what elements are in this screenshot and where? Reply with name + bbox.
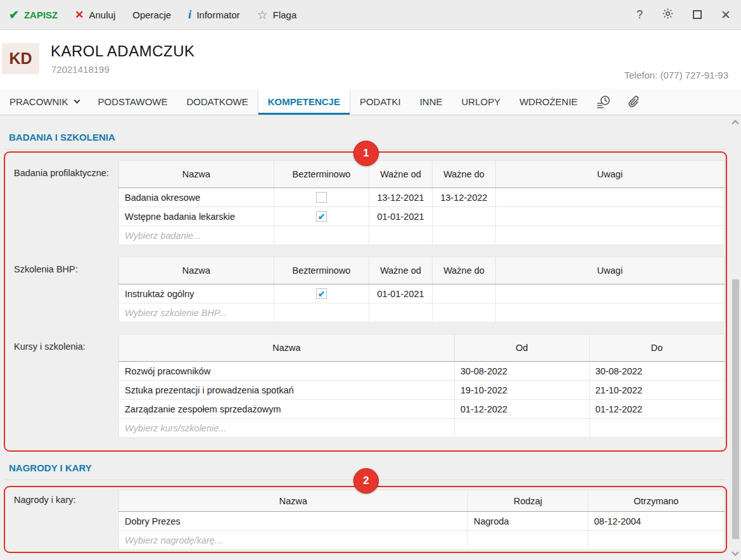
- empty-cell[interactable]: [590, 419, 725, 438]
- highlight-box-2: Nagrody i kary:NazwaRodzajOtrzymanoDobry…: [4, 486, 727, 553]
- col-header-otrzymano: Otrzymano: [588, 490, 725, 512]
- cell-uwagi[interactable]: [496, 284, 725, 303]
- empty-cell[interactable]: [455, 419, 590, 438]
- empty-cell[interactable]: [369, 226, 433, 245]
- checkbox-unchecked-icon[interactable]: ✔: [316, 192, 327, 203]
- table-row: Sztuka prezentacji i prowadzenia spotkań…: [119, 381, 725, 400]
- cell-bezterminowo[interactable]: ✔: [274, 284, 369, 303]
- cell-nazwa[interactable]: Rozwój pracowników: [119, 362, 455, 381]
- cell-bezterminowo[interactable]: ✔: [274, 188, 369, 207]
- empty-cell[interactable]: [496, 226, 725, 245]
- window-controls: ? ✕: [636, 8, 731, 22]
- history-icon[interactable]: [596, 95, 611, 109]
- cell-wa-ne-do[interactable]: 13-12-2022: [433, 188, 496, 207]
- settings-gear-icon[interactable]: [662, 8, 674, 22]
- table-row: Dobry PrezesNagroda08-12-2004: [119, 512, 725, 531]
- operations-button[interactable]: Operacje: [132, 10, 171, 20]
- empty-cell[interactable]: [468, 531, 588, 550]
- table-szkolenia-bhp: NazwaBezterminowoWażne odWażne doUwagiIn…: [118, 257, 725, 322]
- cell-wa-ne-od[interactable]: 13-12-2021: [369, 188, 433, 207]
- table-nagrody-kary: NazwaRodzajOtrzymanoDobry PrezesNagroda0…: [118, 490, 725, 550]
- group-label-szkolenia-bhp: Szkolenia BHP:: [10, 257, 118, 322]
- tab-label: PODATKI: [360, 96, 401, 107]
- cell-do[interactable]: 21-10-2022: [590, 381, 725, 400]
- annotation-badge-2: 2: [353, 468, 379, 493]
- annotation-badge-1: 1: [353, 141, 379, 166]
- cell-od[interactable]: 19-10-2022: [455, 381, 590, 400]
- cell-do[interactable]: 01-12-2022: [590, 400, 725, 419]
- new-entry-row: Wybierz kurs/szkolenie...: [119, 419, 725, 438]
- section-badania-i-szkolenia: 1 BADANIA I SZKOLENIA Badania profilakty…: [4, 131, 727, 452]
- app-window: ✔ ZAPISZ ✕ Anuluj Operacje i Informator …: [0, 0, 741, 560]
- col-header-uwagi: Uwagi: [496, 257, 725, 284]
- checkbox-checked-icon[interactable]: ✔: [316, 211, 327, 222]
- flag-button[interactable]: ☆ Flaga: [257, 8, 297, 22]
- empty-cell[interactable]: [274, 226, 369, 245]
- section-nagrody-i-kary: 2 NAGRODY I KARY Nagrody i kary:NazwaRod…: [4, 462, 727, 553]
- tab-pracownik[interactable]: PRACOWNIK: [0, 89, 89, 115]
- cell-otrzymano[interactable]: 08-12-2004: [588, 512, 725, 531]
- placeholder-cell[interactable]: Wybierz nagrodę/karę...: [119, 531, 468, 550]
- cell-nazwa[interactable]: Sztuka prezentacji i prowadzenia spotkań: [119, 381, 455, 400]
- col-header-nazwa: Nazwa: [119, 334, 455, 362]
- cell-wa-ne-do[interactable]: [433, 207, 496, 226]
- cell-uwagi[interactable]: [496, 188, 725, 207]
- col-header-nazwa: Nazwa: [119, 490, 468, 512]
- help-button[interactable]: ?: [636, 9, 643, 20]
- cell-rodzaj[interactable]: Nagroda: [468, 512, 588, 531]
- placeholder-cell[interactable]: Wybierz kurs/szkolenie...: [119, 419, 455, 438]
- checkbox-checked-icon[interactable]: ✔: [316, 288, 327, 299]
- cell-od[interactable]: 01-12-2022: [455, 400, 590, 419]
- cell-wa-ne-od[interactable]: 01-01-2021: [369, 207, 433, 226]
- new-entry-row: Wybierz nagrodę/karę...: [119, 531, 725, 550]
- vertical-scrollbar[interactable]: [730, 116, 741, 560]
- cell-od[interactable]: 30-08-2022: [455, 362, 590, 381]
- cell-nazwa[interactable]: Badania okresowe: [119, 188, 274, 207]
- cancel-button[interactable]: ✕ Anuluj: [75, 8, 115, 22]
- col-header-wa-ne-do: Ważne do: [433, 161, 496, 188]
- informator-button[interactable]: i Informator: [188, 8, 240, 22]
- tab-podatki[interactable]: PODATKI: [350, 89, 410, 115]
- scroll-down-icon[interactable]: [732, 549, 738, 556]
- empty-cell[interactable]: [588, 531, 725, 550]
- cell-nazwa[interactable]: Wstępne badania lekarskie: [119, 207, 274, 226]
- empty-cell[interactable]: [496, 303, 725, 322]
- cell-nazwa[interactable]: Instruktaż ogólny: [119, 284, 274, 303]
- placeholder-cell[interactable]: Wybierz badanie...: [119, 226, 274, 245]
- info-icon: i: [188, 8, 191, 22]
- new-entry-row: Wybierz badanie...: [119, 226, 725, 245]
- col-header-wa-ne-do: Ważne do: [433, 257, 496, 284]
- employee-name: KAROL ADAMCZUK: [51, 42, 195, 60]
- empty-cell[interactable]: [433, 303, 496, 322]
- close-button[interactable]: ✕: [721, 9, 731, 21]
- tab-wdro-enie[interactable]: WDROŻENIE: [510, 89, 587, 115]
- new-entry-row: Wybierz szkolenie BHP...: [119, 303, 725, 322]
- employee-id: 72021418199: [51, 64, 110, 75]
- tab-dodatkowe[interactable]: DODATKOWE: [177, 89, 258, 115]
- cell-wa-ne-od[interactable]: 01-01-2021: [369, 284, 433, 303]
- table-badania-profilaktyczne: NazwaBezterminowoWażne odWażne doUwagiBa…: [118, 160, 725, 245]
- tab-podstawowe[interactable]: PODSTAWOWE: [89, 89, 177, 115]
- cell-uwagi[interactable]: [496, 207, 725, 226]
- table-row: Instruktaż ogólny✔01-01-2021: [119, 284, 725, 303]
- tab-inne[interactable]: INNE: [410, 89, 452, 115]
- maximize-button[interactable]: [693, 10, 702, 19]
- cell-nazwa[interactable]: Zarządzanie zespołem sprzedażowym: [119, 400, 455, 419]
- empty-cell[interactable]: [433, 226, 496, 245]
- flag-button-label: Flaga: [273, 10, 297, 20]
- cell-wa-ne-do[interactable]: [433, 284, 496, 303]
- cell-do[interactable]: 30-08-2022: [590, 362, 725, 381]
- cell-bezterminowo[interactable]: ✔: [274, 207, 369, 226]
- save-button[interactable]: ✔ ZAPISZ: [9, 8, 58, 22]
- scrollbar-thumb[interactable]: [732, 279, 739, 539]
- group-kursy-szkolenia: Kursy i szkolenia:NazwaOdDoRozwój pracow…: [10, 334, 725, 438]
- tab-urlopy[interactable]: URLOPY: [452, 89, 510, 115]
- empty-cell[interactable]: [369, 303, 433, 322]
- placeholder-cell[interactable]: Wybierz szkolenie BHP...: [119, 303, 274, 322]
- col-header-rodzaj: Rodzaj: [468, 490, 588, 512]
- scroll-up-icon[interactable]: [732, 120, 738, 127]
- paperclip-icon[interactable]: [628, 95, 640, 109]
- cell-nazwa[interactable]: Dobry Prezes: [119, 512, 468, 531]
- empty-cell[interactable]: [274, 303, 369, 322]
- tab-kompetencje[interactable]: KOMPETENCJE: [258, 89, 350, 115]
